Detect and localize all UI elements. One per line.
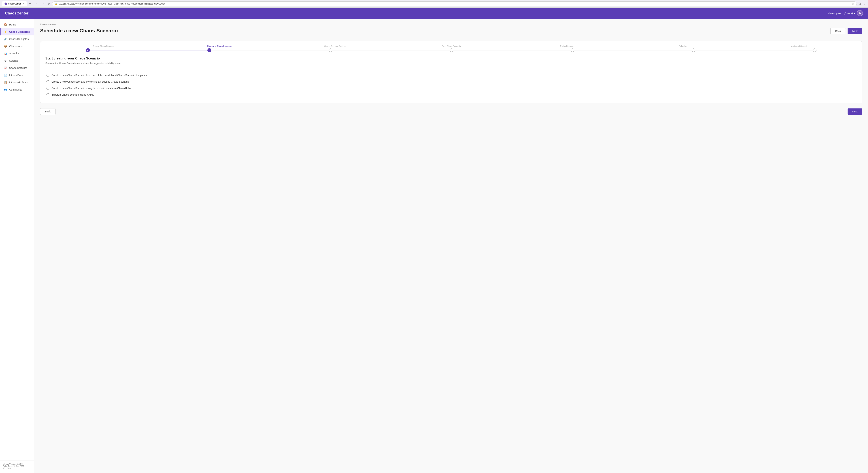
header-right: admin's project(Owner) ▾ A	[827, 10, 863, 16]
connector-6-7	[695, 50, 813, 51]
radio-chaoshubs[interactable]	[46, 87, 50, 90]
breadcrumb: Create-scenario	[40, 23, 862, 26]
divider	[45, 68, 857, 68]
version-label: Litmus Version:	[3, 463, 17, 465]
option-chaoshubs[interactable]: Create a new Chaos Scenario using the ex…	[45, 85, 857, 91]
chaos-scenarios-icon: ⚡	[4, 30, 7, 33]
chaoshubs-highlight: ChaosHubs	[117, 87, 131, 90]
sidebar-label-analytics: Analytics	[9, 52, 19, 55]
bookmark-icon[interactable]: ☆	[852, 2, 854, 5]
connector-4-5	[453, 50, 571, 51]
option-chaoshubs-text: Create a new Chaos Scenario using the ex…	[52, 87, 117, 90]
radio-clone[interactable]	[46, 80, 50, 83]
radio-templates[interactable]	[46, 74, 50, 76]
sidebar-label-community: Community	[9, 88, 22, 91]
avatar[interactable]: A	[857, 10, 863, 16]
connector-5-6	[574, 50, 692, 51]
connector-3-4	[332, 50, 450, 51]
sidebar-item-community[interactable]: 👥 Community	[0, 86, 34, 93]
project-label: admin's project(Owner)	[827, 12, 853, 14]
tab-favicon	[4, 3, 7, 5]
step-label-5: Reliability score	[509, 45, 625, 47]
sidebar-item-chaoshubs[interactable]: 📦 ChaosHubs	[0, 43, 34, 50]
next-button-bottom[interactable]: Next	[847, 108, 862, 115]
home-icon: 🏠	[4, 23, 7, 26]
lock-icon: 🔒	[55, 3, 58, 5]
connector-2-3	[211, 50, 329, 51]
radio-yaml[interactable]	[46, 93, 50, 96]
sidebar-item-chaos-scenarios[interactable]: ⚡ Chaos Scenarios	[0, 28, 34, 35]
step-node-6	[692, 49, 695, 52]
step-node-5	[571, 49, 574, 52]
step-node-3	[329, 49, 332, 52]
sidebar-item-usage-statistics[interactable]: 📈 Usage Statistics	[0, 64, 34, 71]
steps-labels-row: Choose Chaos Delegate Choose a Chaos Sce…	[45, 45, 857, 47]
sidebar-label-settings: Settings	[9, 59, 19, 62]
checkmark-icon-1	[87, 49, 89, 51]
main-content: Create-scenario Schedule a new Chaos Sce…	[34, 19, 868, 473]
step-label-4: Tune Chaos Scenario	[393, 45, 509, 47]
step-circle-4	[450, 49, 453, 52]
chevron-down-icon: ▾	[854, 12, 855, 14]
step-node-2	[208, 48, 211, 52]
menu-btn[interactable]: ⋮	[863, 2, 866, 6]
header-action-buttons: Back Next	[830, 28, 862, 34]
address-text: 192.168.49.2:31197/create-scenario?proje…	[59, 3, 850, 5]
option-templates-label: Create a new Chaos Scenario from one of …	[52, 74, 147, 76]
step-label-1: Choose Chaos Delegate	[45, 45, 161, 47]
step-label-2: Choose a Chaos Scenario	[161, 45, 277, 47]
sidebar-item-litmus-api-docs[interactable]: 📋 Litmus API Docs	[0, 79, 34, 86]
build-label: Build Time:	[3, 465, 13, 467]
step-label-6: Schedule	[625, 45, 741, 47]
step-circle-3	[329, 49, 332, 52]
sidebar-label-usage-statistics: Usage Statistics	[9, 66, 27, 69]
back-button-bottom[interactable]: Back	[40, 108, 56, 115]
sidebar-nav: 🏠 Home ⚡ Chaos Scenarios 🔗 Chaos Delegat…	[0, 21, 34, 93]
back-nav-btn[interactable]: ←	[35, 2, 40, 6]
connector-1-2	[90, 50, 207, 51]
app-header: ChaosCenter admin's project(Owner) ▾ A	[0, 8, 868, 19]
option-yaml[interactable]: Import a Chaos Scenario using YAML	[45, 91, 857, 98]
settings-icon: ⚙	[4, 59, 7, 62]
section-title: Start creating your Chaos Scenario	[45, 57, 857, 60]
option-clone[interactable]: Create a new Chaos Scenario by cloning a…	[45, 78, 857, 85]
option-templates[interactable]: Create a new Chaos Scenario from one of …	[45, 72, 857, 78]
wizard-container: Choose Chaos Delegate Choose a Chaos Sce…	[40, 41, 862, 103]
sidebar-label-litmus-api-docs: Litmus API Docs	[9, 81, 28, 84]
tab-title: ChaosCenter	[8, 3, 21, 5]
address-bar[interactable]: 🔒 192.168.49.2:31197/create-scenario?pro…	[52, 1, 857, 6]
project-selector[interactable]: admin's project(Owner) ▾	[827, 12, 855, 14]
section-desc: Simulate the Chaos Scenario run and see …	[45, 62, 857, 65]
page-title: Schedule a new Chaos Scenario	[40, 28, 118, 34]
tab-close-btn[interactable]: ✕	[22, 2, 24, 5]
next-button-top[interactable]: Next	[847, 28, 862, 34]
community-icon: 👥	[4, 88, 7, 91]
browser-tab-active[interactable]: ChaosCenter ✕	[2, 1, 27, 6]
forward-nav-btn[interactable]: →	[41, 2, 45, 6]
sidebar-item-home[interactable]: 🏠 Home	[0, 21, 34, 28]
sidebar-item-chaos-delegates[interactable]: 🔗 Chaos Delegates	[0, 35, 34, 43]
analytics-icon: 📊	[4, 52, 7, 55]
extensions-btn[interactable]: ⊞	[858, 2, 862, 6]
sidebar-item-analytics[interactable]: 📊 Analytics	[0, 50, 34, 57]
litmus-api-docs-icon: 📋	[4, 81, 7, 84]
step-circle-2	[208, 48, 211, 52]
bottom-buttons: Back Next	[40, 108, 862, 115]
back-button-top[interactable]: Back	[830, 28, 846, 34]
radio-options: Create a new Chaos Scenario from one of …	[45, 72, 857, 98]
chaos-delegates-icon: 🔗	[4, 37, 7, 41]
step-label-7: Verify and Commit	[741, 45, 857, 47]
refresh-nav-btn[interactable]: ↻	[46, 2, 51, 6]
sidebar-label-chaos-delegates: Chaos Delegates	[9, 38, 29, 40]
sidebar-label-chaos-scenarios: Chaos Scenarios	[9, 30, 30, 33]
new-tab-btn[interactable]: +	[28, 1, 32, 6]
option-chaoshubs-label: Create a new Chaos Scenario using the ex…	[52, 87, 131, 90]
sidebar: 🏠 Home ⚡ Chaos Scenarios 🔗 Chaos Delegat…	[0, 19, 34, 473]
sidebar-footer: Litmus Version: 2.14.0 Build Time: 19 Oc…	[0, 461, 34, 472]
version-number: 2.14.0	[17, 463, 23, 465]
sidebar-item-settings[interactable]: ⚙ Settings	[0, 57, 34, 64]
app-logo: ChaosCenter	[5, 11, 29, 15]
sidebar-item-litmus-docs[interactable]: 📄 Litmus Docs	[0, 71, 34, 79]
browser-actions: ⊞ ⋮	[858, 2, 866, 6]
browser-nav: ← → ↻	[35, 2, 51, 6]
